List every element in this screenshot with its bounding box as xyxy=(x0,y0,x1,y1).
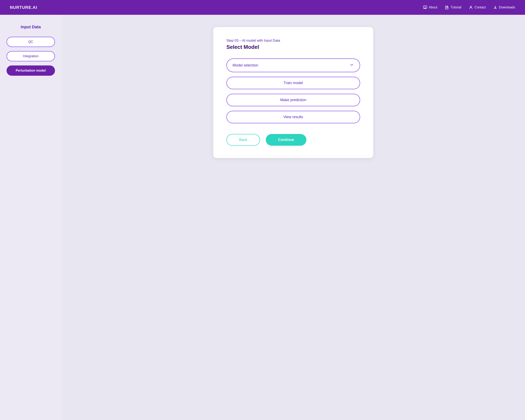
main-content: Step 03 – AI model with Input Data Selec… xyxy=(62,15,525,420)
sidebar-title: Input Data xyxy=(21,25,41,29)
nav-item-about[interactable]: About xyxy=(423,5,437,10)
sidebar: Input Data QCIntegrationPerturbation mod… xyxy=(0,15,62,420)
contact-icon xyxy=(469,5,473,10)
main-nav: About Tutorial Contact Downloads xyxy=(423,5,515,10)
option-view-results[interactable]: View results xyxy=(226,111,360,123)
option-label-view-results: View results xyxy=(283,115,303,119)
card-title: Select Model xyxy=(226,44,360,50)
option-make-prediction[interactable]: Make prediction xyxy=(226,94,360,106)
chevron-down-icon xyxy=(349,63,354,68)
sidebar-item-perturbation[interactable]: Perturbation model xyxy=(7,66,55,76)
option-label-make-prediction: Make prediction xyxy=(280,98,306,102)
options-list: Model selection Train modelMake predicti… xyxy=(226,58,360,123)
nav-label-tutorial: Tutorial xyxy=(450,6,461,9)
option-label-train-model: Train model xyxy=(284,81,303,85)
back-button[interactable]: Back xyxy=(226,134,260,146)
nav-label-contact: Contact xyxy=(475,6,486,9)
svg-point-2 xyxy=(470,6,471,7)
svg-point-1 xyxy=(425,7,425,7)
card: Step 03 – AI model with Input Data Selec… xyxy=(213,27,373,158)
continue-button[interactable]: Continue xyxy=(266,134,306,146)
nav-label-downloads: Downloads xyxy=(499,6,515,9)
nav-item-downloads[interactable]: Downloads xyxy=(493,5,515,10)
sidebar-items: QCIntegrationPerturbation model xyxy=(7,37,55,76)
app-header: NURTURE.AI About Tutorial Contact Downlo… xyxy=(0,0,525,15)
logo: NURTURE.AI xyxy=(10,5,37,10)
downloads-icon xyxy=(493,5,497,10)
nav-item-tutorial[interactable]: Tutorial xyxy=(445,5,461,10)
tutorial-icon xyxy=(445,5,449,10)
option-label-model-selection: Model selection xyxy=(233,63,258,67)
sidebar-item-integration[interactable]: Integration xyxy=(7,51,55,61)
nav-item-contact[interactable]: Contact xyxy=(469,5,486,10)
option-train-model[interactable]: Train model xyxy=(226,77,360,89)
card-actions: Back Continue xyxy=(226,134,360,146)
sidebar-item-qc[interactable]: QC xyxy=(7,37,55,47)
page-body: Input Data QCIntegrationPerturbation mod… xyxy=(0,15,525,420)
step-label: Step 03 – AI model with Input Data xyxy=(226,38,360,43)
nav-label-about: About xyxy=(429,6,437,9)
about-icon xyxy=(423,5,427,10)
option-model-selection[interactable]: Model selection xyxy=(226,58,360,72)
